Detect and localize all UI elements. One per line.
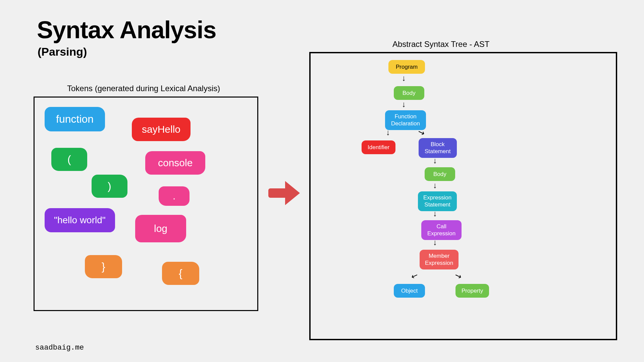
ast-container: Program ↓ Body ↓ FunctionDeclaration ↓ ↘… bbox=[309, 52, 617, 340]
arrow-down-left-icon: ↙ bbox=[410, 270, 419, 281]
footer-credit: saadbaig.me bbox=[35, 344, 84, 352]
ast-node-call-expression: CallExpression bbox=[421, 220, 462, 240]
arrow-icon bbox=[268, 181, 302, 204]
token-open-paren: ( bbox=[51, 148, 87, 171]
ast-node-object: Object bbox=[394, 284, 425, 298]
token-dot: . bbox=[159, 186, 190, 206]
ast-node-program: Program bbox=[388, 60, 425, 74]
ast-node-identifier: Identifier bbox=[362, 140, 395, 154]
arrow-down-icon: ↓ bbox=[433, 209, 437, 218]
arrow-down-icon: ↓ bbox=[433, 156, 437, 165]
page-subtitle: (Parsing) bbox=[38, 45, 87, 58]
arrow-down-icon: ↓ bbox=[433, 181, 437, 190]
arrow-down-icon: ↓ bbox=[386, 128, 390, 137]
arrow-down-right-icon: ↘ bbox=[453, 270, 463, 281]
ast-node-body: Body bbox=[394, 86, 424, 100]
token-sayhello: sayHello bbox=[132, 118, 191, 141]
page-title: Syntax Analysis bbox=[37, 16, 216, 44]
token-log: log bbox=[135, 215, 186, 242]
arrow-down-icon: ↓ bbox=[402, 100, 406, 109]
token-left-brace: { bbox=[162, 262, 199, 285]
arrow-down-icon: ↓ bbox=[433, 238, 437, 247]
ast-node-property: Property bbox=[455, 284, 489, 298]
ast-node-function-declaration: FunctionDeclaration bbox=[385, 110, 426, 130]
token-close-paren: ) bbox=[92, 175, 127, 198]
ast-node-member-expression: MemberExpression bbox=[420, 250, 459, 269]
token-hello-world: "hello world" bbox=[45, 208, 115, 232]
arrow-down-icon: ↓ bbox=[402, 73, 406, 83]
ast-node-expression-statement: ExpressionStatement bbox=[418, 191, 457, 211]
tokens-container: function sayHello ( ) console . "hello w… bbox=[34, 97, 258, 311]
tokens-label: Tokens (generated during Lexical Analysi… bbox=[67, 84, 220, 93]
ast-node-body: Body bbox=[425, 167, 455, 181]
token-function: function bbox=[45, 107, 105, 131]
ast-node-block-statement: BlockStatement bbox=[419, 138, 457, 158]
token-right-brace: } bbox=[85, 255, 122, 278]
token-console: console bbox=[145, 151, 205, 175]
ast-label: Abstract Syntax Tree - AST bbox=[392, 40, 489, 49]
